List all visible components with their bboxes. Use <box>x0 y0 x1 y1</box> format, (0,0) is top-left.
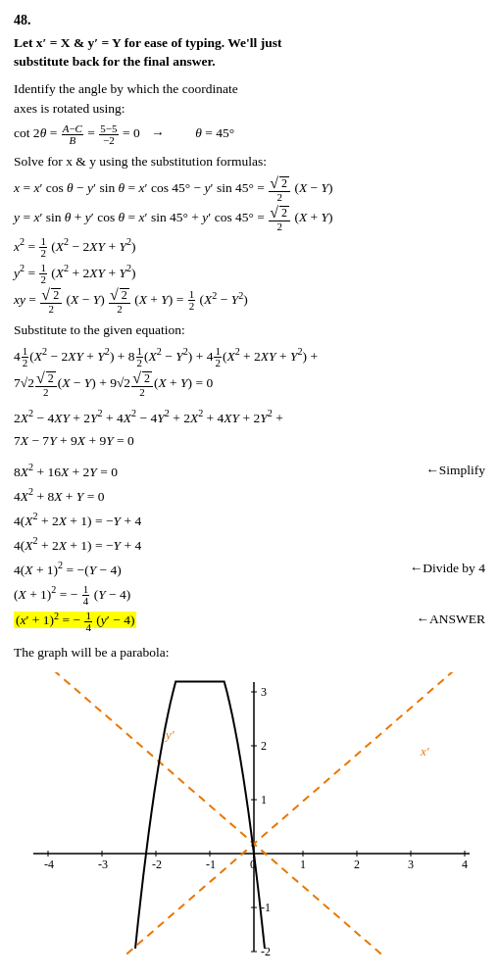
svg-text:1: 1 <box>261 793 267 807</box>
expanded-eq1: 2X2 − 4XY + 2Y2 + 4X2 − 4Y2 + 2X2 + 4XY … <box>14 406 485 428</box>
svg-text:3: 3 <box>261 685 267 699</box>
svg-text:2: 2 <box>261 739 267 753</box>
svg-text:4: 4 <box>462 858 468 871</box>
simplified-eq1: 8X2 + 16X + 2Y = 0 ←Simplify <box>14 460 485 482</box>
step-d: (X + 1)2 = − 14 (Y − 4) <box>14 582 485 607</box>
solve-label: Solve for x & y using the substitution f… <box>14 152 485 172</box>
simplify-note: ←Simplify <box>425 460 485 481</box>
svg-text:1: 1 <box>300 858 306 871</box>
intro-text: Let x′ = X & y′ = Y for ease of typing. … <box>14 34 485 72</box>
parabola-curve <box>135 682 265 949</box>
svg-text:-2: -2 <box>261 945 271 956</box>
step-b: 4(X2 + 2X + 1) = −Y + 4 <box>14 533 485 556</box>
parabola-label: The graph will be a parabola: <box>14 643 485 662</box>
substituted-eq1: 412(X2 − 2XY + Y2) + 812(X2 − Y2) + 412(… <box>14 344 485 368</box>
substituted-eq2: 7√2√22(X − Y) + 9√2√22(X + Y) = 0 <box>14 370 485 398</box>
svg-text:-1: -1 <box>206 858 216 871</box>
xy-formula: xy = √22 (X − Y) √22 (X + Y) = 12 (X2 − … <box>14 287 485 315</box>
step-c: 4(X + 1)2 = −(Y − 4) ←Divide by 4 <box>14 558 485 580</box>
answer-note: ←ANSWER <box>417 609 486 630</box>
svg-text:-2: -2 <box>152 858 162 871</box>
identify-section: Identify the angle by which the coordina… <box>14 79 485 120</box>
final-answer-line: (x′ + 1)2 = − 14 (y′ − 4) ←ANSWER <box>14 609 485 633</box>
simplified-eq2: 4X2 + 8X + Y = 0 <box>14 484 485 507</box>
svg-text:-1: -1 <box>261 901 271 914</box>
y-formula: y = x′ sin θ + y′ cos θ = x′ sin 45° + y… <box>14 205 485 232</box>
cot-equation: cot 2θ = A−C B = 5−5 −2 = 0 → θ = 45° <box>14 122 485 145</box>
svg-text:-4: -4 <box>44 858 54 871</box>
divide-note: ←Divide by 4 <box>410 558 485 579</box>
substitute-label: Substitute to the given equation: <box>14 320 485 340</box>
graph-container: -4 -3 -2 -1 0 1 2 3 4 3 2 1 -1 <box>14 672 484 947</box>
expanded-eq2: 7X − 7Y + 9X + 9Y = 0 <box>14 430 485 452</box>
svg-text:3: 3 <box>408 858 414 871</box>
step-a: 4(X2 + 2X + 1) = −Y + 4 <box>14 509 485 531</box>
y-squared: y2 = 12 (X2 + 2XY + Y2) <box>14 261 485 285</box>
x-squared: x2 = 12 (X2 − 2XY + Y2) <box>14 234 485 259</box>
x-formula: x = x′ cos θ − y′ sin θ = x′ cos 45° − y… <box>14 175 485 203</box>
svg-text:2: 2 <box>354 858 360 871</box>
svg-text:-3: -3 <box>98 858 108 871</box>
problem-number: 48. <box>14 10 485 30</box>
x-prime-label: x′ <box>420 744 429 759</box>
